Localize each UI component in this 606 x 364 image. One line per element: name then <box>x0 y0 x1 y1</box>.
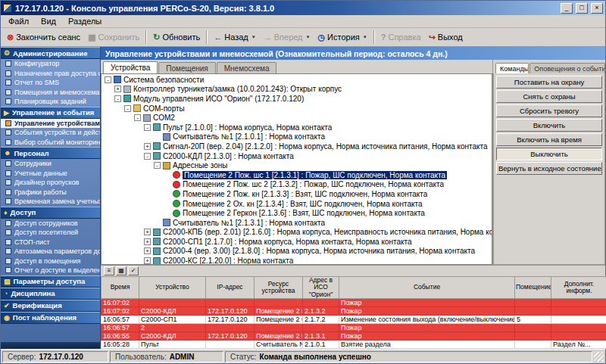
disarm-button[interactable]: Снять с охраны <box>496 90 602 103</box>
turn-off-button[interactable]: Выключить <box>496 148 602 160</box>
sidebar-section-access[interactable]: ♦ Доступ <box>1 207 100 219</box>
tab-commands[interactable]: Команды <box>495 63 529 73</box>
col-room[interactable]: Помещение <box>515 276 551 298</box>
tree-node-security-system[interactable]: -Система безопасности <box>102 75 492 85</box>
event-row[interactable]: 16:07:02Пожар <box>102 299 606 307</box>
tab-event-notifications[interactable]: Оповещения о событиях <box>529 63 605 73</box>
tree-node-orion-module[interactable]: -Модуль управления ИСО "Орион" (172.17.0… <box>102 94 492 104</box>
tree-node-com-ports[interactable]: -COM-порты <box>102 104 492 114</box>
tree-node-zone-fire-1[interactable]: Помещение 2 Пож. шс 1 [2.1.3.1] : Пожар,… <box>102 170 492 180</box>
expander-icon[interactable]: + <box>144 247 151 254</box>
help-button[interactable]: ? Справка <box>377 31 425 43</box>
save-button[interactable]: ▦ Сохранить <box>84 31 143 44</box>
sidebar-item-credentials[interactable]: Учетные данные <box>1 169 100 179</box>
tree-node-s2000-sp1[interactable]: +С2000-СП1 [2.1.7.0] : Норма корпуса, Но… <box>102 237 492 247</box>
sidebar-item-task-scheduler[interactable]: Планировщик заданий <box>1 97 100 107</box>
expander-icon[interactable]: - <box>144 153 151 160</box>
col-resource[interactable]: Ресурс устройства <box>255 276 303 298</box>
col-orion-address[interactable]: Адрес в ИСО "Орион" <box>303 276 339 298</box>
sidebar-item-badge-designer[interactable]: Дизайнер пропусков <box>1 178 100 188</box>
sidebar-item-sms-report[interactable]: Отчет по SMS <box>1 78 100 88</box>
expander-icon[interactable]: - <box>144 124 151 131</box>
col-event[interactable]: Событие <box>339 276 515 298</box>
tree-node-com2[interactable]: -COM2 <box>102 113 492 123</box>
tree-node-zone-gerkon[interactable]: Помещение 2 Геркон [2.1.3.6] : Взят, ШС … <box>102 208 492 218</box>
sidebar-section-administration[interactable]: ⚙ Администрирование <box>1 47 100 59</box>
expander-icon[interactable]: + <box>114 86 121 92</box>
tree-node-s2000-ks[interactable]: +С2000-КС [2.1.20.0] : Норма контакта <box>102 256 492 265</box>
maximize-button[interactable]: □ <box>576 3 588 14</box>
expander-icon[interactable]: - <box>154 162 161 169</box>
expander-icon[interactable]: + <box>144 238 151 245</box>
event-row[interactable]: 16:05:28ПультСчитыватель N2.1.0.1Взятие … <box>102 341 606 349</box>
expander-icon[interactable]: - <box>114 95 121 102</box>
tree-node-address-zones[interactable]: -Адресные зоны <box>102 160 492 170</box>
back-dropdown-icon[interactable]: ▼ <box>251 35 256 39</box>
expander-icon[interactable]: - <box>105 76 111 83</box>
resize-grip[interactable] <box>594 352 604 362</box>
tree-node-turnstile-controller[interactable]: +Контроллер турникета/замка (10.0.201.24… <box>102 85 492 95</box>
reset-alarm-button[interactable]: Сбросить тревогу <box>496 104 602 117</box>
filter-icon[interactable]: ≡ <box>104 266 114 275</box>
arm-button[interactable]: Поставить на охрану <box>496 76 602 89</box>
forward-dropdown-icon[interactable]: ▼ <box>306 35 311 39</box>
columns-icon[interactable]: ▦ <box>116 266 127 275</box>
close-button[interactable]: × <box>591 3 603 14</box>
refresh-button[interactable]: ↻ Обновить <box>149 31 204 44</box>
sidebar-item-work-schedules[interactable]: Графики работы <box>1 188 100 198</box>
tree-node-s2000-kpb[interactable]: +С2000-КПБ (вер. 2.01) [2.1.6.0] : Норма… <box>102 228 492 238</box>
tab-rooms[interactable]: Помещения <box>158 62 215 73</box>
col-extra-info[interactable]: Дополнит. информ. <box>551 276 606 298</box>
sidebar-item-employees[interactable]: Сотрудники <box>1 159 100 169</box>
menu-sections[interactable]: Разделы <box>62 16 108 26</box>
expander-icon[interactable]: - <box>134 114 141 121</box>
sidebar-section-observation-post[interactable]: ◉ Пост наблюдения <box>1 312 100 324</box>
sidebar-item-monitoring-events[interactable]: Выбор событий мониторинга <box>1 138 100 148</box>
sidebar-item-room-access[interactable]: Доступ в помещения <box>1 257 100 266</box>
tree-node-signal20p[interactable]: +Сигнал-20П (вер. 2.04) [2.1.2.0] : Норм… <box>102 142 492 151</box>
menu-view[interactable]: Вид <box>35 16 62 26</box>
sidebar-item-temp-replacement[interactable]: Временная замена учетных ... <box>1 197 100 207</box>
sidebar-item-access-rights[interactable]: Назначение прав доступа о... <box>1 69 100 79</box>
tree-node-zone-guard-btn[interactable]: Помещение 2 Ох. кн [2.1.3.4] : Взят, ШС … <box>102 199 492 209</box>
col-time[interactable]: Время <box>102 276 139 298</box>
menu-file[interactable]: Файл <box>2 16 35 26</box>
turn-on-timed-button[interactable]: Включить на время <box>496 133 602 146</box>
sidebar-item-employee-access[interactable]: Доступ сотрудников <box>1 219 100 229</box>
expander-icon[interactable]: + <box>144 143 151 150</box>
sidebar-section-control-events[interactable]: ▶ Управление и события <box>1 107 100 119</box>
checkmark-icon[interactable]: ✓ <box>128 266 139 275</box>
sidebar-section-discipline[interactable]: ◔ Дисциплина <box>1 288 100 300</box>
tree-node-reader1[interactable]: Считыватель №1 [2.1.0.1] : Норма контакт… <box>102 132 492 142</box>
tree-node-zone-fire-btn[interactable]: Помещение 2 Пож. кн [2.1.3.3] : Взят, ШС… <box>102 189 492 199</box>
sidebar-item-auto-replace-params[interactable]: Автозамена параметров дос... <box>1 247 100 257</box>
sidebar-item-device-control[interactable]: Управление устройствами и мн... <box>1 119 100 129</box>
sidebar-item-configurator[interactable]: Конфигуратор <box>1 59 100 69</box>
back-button[interactable]: ← Назад ▼ <box>210 31 259 43</box>
expander-icon[interactable]: + <box>144 229 151 235</box>
sidebar-item-rooms-mnemo[interactable]: Помещения и мнемосхема <box>1 88 100 98</box>
expander-icon[interactable]: + <box>144 257 151 264</box>
sidebar-section-personnel[interactable]: ☻ Персонал <box>1 147 100 159</box>
event-row[interactable]: 16:06:57С2000-СП1172.17.0.120Помещение 2… <box>102 316 606 324</box>
tab-mnemoscheme[interactable]: Мнемосхема <box>217 62 277 73</box>
history-dropdown-icon[interactable]: ▼ <box>363 35 367 39</box>
event-row[interactable]: 16:07:02С2000-КДЛ172.17.0.120Помещение 2… <box>102 307 606 316</box>
end-session-button[interactable]: ⊗ Закончить сеанс <box>3 31 84 44</box>
sidebar-item-visitor-access[interactable]: Доступ посетителей <box>1 228 100 238</box>
tree-node-s2000-kdl[interactable]: -С2000-КДЛ [2.1.3.0] : Норма контакта <box>102 151 492 161</box>
exit-button[interactable]: ↪ Выход <box>425 31 467 44</box>
tree-node-zone-fire-2[interactable]: Помещение 2 Пож. шс 2 [2.1.3.2] : Пожар,… <box>102 180 492 190</box>
event-row[interactable]: 16:06:55С2000-КДЛ172.17.0.120Помещение 2… <box>102 332 606 341</box>
history-button[interactable]: ◷ История ▼ <box>314 31 371 44</box>
sidebar-item-access-report[interactable]: Отчет о доступе в выделенн... <box>1 266 100 275</box>
sidebar-section-access-params[interactable]: ▤ Параметры доступа <box>1 275 100 288</box>
expander-icon[interactable]: - <box>124 105 131 112</box>
col-device[interactable]: Устройство <box>139 276 206 298</box>
tree-node-kdl-reader[interactable]: Считыватель №1 [2.1.3.1] : Норма контакт… <box>102 218 492 228</box>
forward-button[interactable]: → Вперед ▼ <box>260 31 314 43</box>
sidebar-item-device-events[interactable]: События устройств и действ... <box>1 128 100 138</box>
tree-node-pult[interactable]: -Пульт [2.1.0.0] : Норма корпуса, Норма … <box>102 123 492 132</box>
sidebar-item-stop-list[interactable]: СТОП-лист <box>1 238 100 247</box>
minimize-button[interactable]: _ <box>561 3 573 14</box>
